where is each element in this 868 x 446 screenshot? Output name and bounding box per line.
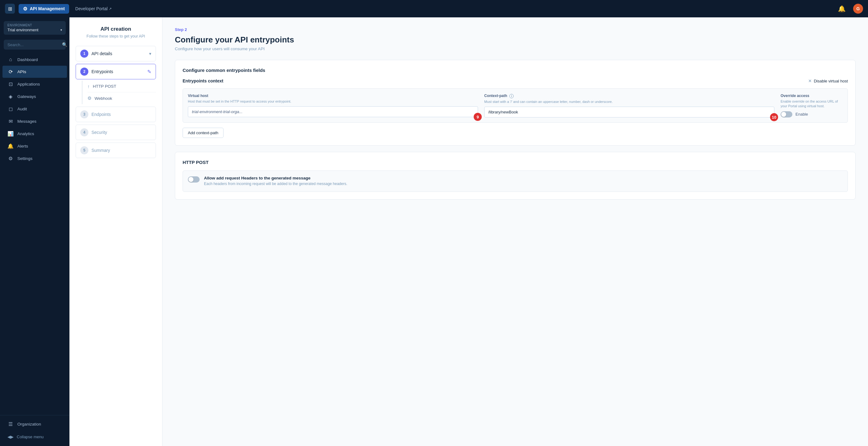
gear-icon: ⚙ bbox=[23, 6, 27, 12]
virtual-host-row: Virtual host Host that must be set in th… bbox=[183, 88, 848, 123]
environment-selector[interactable]: Environment Trial environment ▾ bbox=[4, 21, 66, 35]
step-2-label: Entrypoints bbox=[91, 69, 144, 74]
override-access-desc: Enable override on the access URL of you… bbox=[781, 99, 843, 109]
step-child-webhook[interactable]: ⚙ Webhook bbox=[87, 92, 156, 104]
step-3-number: 3 bbox=[80, 110, 88, 118]
sidebar: Environment Trial environment ▾ 🔍 ⌂ Dash… bbox=[0, 18, 69, 446]
add-context-path-button[interactable]: Add context-path bbox=[183, 128, 223, 138]
topbar-logo-icon: ⊞ bbox=[5, 4, 15, 13]
step-4-number: 4 bbox=[80, 128, 88, 136]
virtual-host-label: Virtual host bbox=[188, 94, 478, 98]
notification-bell-icon[interactable]: 🔔 bbox=[838, 5, 846, 12]
step-1-number: 1 bbox=[80, 50, 88, 58]
step-2-children: ↑ HTTP POST ⚙ Webhook bbox=[82, 81, 156, 104]
context-path-input-wrapper: 10 bbox=[484, 107, 774, 118]
context-path-field-group: Context-path i Must start with a '/' and… bbox=[484, 94, 774, 118]
main-content: API creation Follow these steps to get y… bbox=[69, 18, 868, 446]
wizard-step-4: 4 Security bbox=[75, 125, 156, 140]
sidebar-bottom: ☰ Organization ◀▶ Collapse menu bbox=[0, 415, 69, 446]
search-input[interactable] bbox=[7, 42, 60, 47]
step-5-number: 5 bbox=[80, 146, 88, 154]
info-icon: i bbox=[509, 94, 514, 98]
badge-10: 10 bbox=[770, 113, 778, 121]
gateways-icon: ◈ bbox=[7, 94, 13, 99]
sidebar-item-settings[interactable]: ⚙ Settings bbox=[2, 153, 67, 165]
sidebar-item-alerts[interactable]: 🔔 Alerts bbox=[2, 140, 67, 152]
collapse-label: Collapse menu bbox=[17, 435, 44, 439]
collapse-icon: ◀▶ bbox=[7, 435, 13, 439]
enable-label: Enable bbox=[796, 112, 808, 117]
context-path-label: Context-path i bbox=[484, 94, 774, 98]
wizard-title: API creation bbox=[75, 26, 156, 32]
allow-headers-row: Allow add request Headers to the generat… bbox=[183, 170, 848, 192]
allow-title: Allow add request Headers to the generat… bbox=[204, 176, 347, 180]
analytics-icon: 📊 bbox=[7, 131, 13, 137]
sidebar-item-organization[interactable]: ☰ Organization bbox=[2, 418, 67, 430]
external-link-icon: ↗ bbox=[109, 7, 112, 11]
override-access-toggle[interactable] bbox=[781, 111, 793, 118]
sidebar-item-label: Organization bbox=[18, 422, 41, 426]
wizard-step-5: 5 Summary bbox=[75, 142, 156, 158]
sidebar-item-analytics[interactable]: 📊 Analytics bbox=[2, 128, 67, 140]
wizard-step-1: 1 API details ▾ bbox=[75, 46, 156, 61]
sidebar-search[interactable]: 🔍 bbox=[4, 40, 66, 50]
sidebar-item-label: Gateways bbox=[18, 94, 36, 99]
child-label: HTTP POST bbox=[93, 84, 117, 89]
sidebar-item-apis[interactable]: ⟳ APIs bbox=[2, 66, 67, 78]
disable-btn-label: Disable virtual host bbox=[814, 79, 848, 84]
context-path-desc: Must start with a '/' and can contain an… bbox=[484, 99, 774, 104]
sidebar-item-messages[interactable]: ✉ Messages bbox=[2, 115, 67, 127]
step-4-header[interactable]: 4 Security bbox=[75, 125, 156, 140]
context-label: Entrypoints context bbox=[183, 78, 223, 84]
edit-icon: ✎ bbox=[147, 69, 151, 75]
wizard-panel: API creation Follow these steps to get y… bbox=[69, 18, 162, 446]
devportal-link[interactable]: Developer Portal ↗ bbox=[75, 6, 112, 11]
toggle-knob bbox=[188, 177, 193, 182]
http-post-icon: ↑ bbox=[87, 84, 90, 89]
page-description: Configure how your users will consume yo… bbox=[175, 46, 856, 51]
search-icon: 🔍 bbox=[62, 42, 67, 47]
disable-virtual-host-button[interactable]: ✕ Disable virtual host bbox=[808, 78, 848, 84]
applications-icon: ⊡ bbox=[7, 81, 13, 87]
step-3-label: Endpoints bbox=[91, 112, 151, 117]
chevron-icon: ▾ bbox=[149, 51, 151, 56]
wizard-step-3: 3 Endpoints bbox=[75, 107, 156, 122]
allow-headers-toggle[interactable] bbox=[188, 177, 199, 183]
entrypoints-context-header: Entrypoints context ✕ Disable virtual ho… bbox=[183, 78, 848, 84]
wizard-subtitle: Follow these steps to get your API bbox=[75, 34, 156, 38]
sidebar-item-dashboard[interactable]: ⌂ Dashboard bbox=[2, 54, 67, 65]
sidebar-item-applications[interactable]: ⊡ Applications bbox=[2, 78, 67, 90]
topbar-brand[interactable]: ⚙ API Management bbox=[19, 4, 69, 13]
step-5-header[interactable]: 5 Summary bbox=[75, 142, 156, 158]
host-input[interactable] bbox=[188, 106, 478, 117]
step-2-header[interactable]: 2 Entrypoints ✎ bbox=[75, 64, 156, 79]
collapse-menu-button[interactable]: ◀▶ Collapse menu bbox=[2, 432, 67, 442]
webhook-icon: ⚙ bbox=[87, 95, 91, 101]
step-2-number: 2 bbox=[80, 68, 88, 76]
step-1-header[interactable]: 1 API details ▾ bbox=[75, 46, 156, 61]
step-child-http-post[interactable]: ↑ HTTP POST bbox=[87, 81, 156, 92]
close-icon: ✕ bbox=[808, 78, 812, 84]
audit-icon: ◻ bbox=[7, 106, 13, 112]
sidebar-item-audit[interactable]: ◻ Audit bbox=[2, 103, 67, 115]
user-avatar[interactable]: G bbox=[853, 4, 863, 13]
wizard-step-2: 2 Entrypoints ✎ ↑ HTTP POST ⚙ Webhook bbox=[75, 64, 156, 104]
override-access-field-group: Override access Enable override on the a… bbox=[781, 94, 843, 118]
http-post-card: HTTP POST Allow add request Headers to t… bbox=[175, 152, 856, 200]
sidebar-item-gateways[interactable]: ◈ Gateways bbox=[2, 91, 67, 103]
environment-label: Environment bbox=[7, 24, 62, 27]
step-3-header[interactable]: 3 Endpoints bbox=[75, 107, 156, 122]
step-4-label: Security bbox=[91, 130, 151, 135]
badge-9: 9 bbox=[474, 113, 482, 121]
home-icon: ⌂ bbox=[7, 57, 13, 62]
configure-entrypoints-card: Configure common entrypoints fields Entr… bbox=[175, 60, 856, 146]
context-path-input[interactable] bbox=[484, 107, 774, 118]
host-input-wrapper: 9 bbox=[188, 106, 478, 117]
sidebar-item-label: Alerts bbox=[18, 144, 28, 149]
step-1-label: API details bbox=[91, 51, 146, 56]
api-icon: ⟳ bbox=[7, 69, 13, 75]
page-title: Configure your API entrypoints bbox=[175, 35, 856, 44]
allow-headers-text: Allow add request Headers to the generat… bbox=[204, 176, 347, 187]
override-toggle-row: Enable bbox=[781, 111, 843, 118]
sidebar-item-label: Applications bbox=[18, 82, 40, 87]
